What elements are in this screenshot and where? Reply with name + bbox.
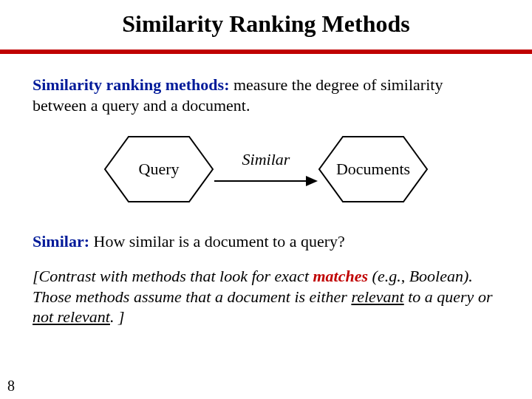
definition-term: Similarity ranking methods: [33, 75, 229, 94]
definition-paragraph: Similarity ranking methods: measure the … [33, 75, 499, 115]
contrast-paragraph: [Contrast with methods that look for exa… [33, 266, 499, 327]
hex-query: Query [103, 135, 214, 203]
hex-query-label: Query [139, 160, 180, 179]
contrast-underline-2: not relevant [33, 307, 110, 326]
diagram: Query Similar Documents [33, 121, 499, 217]
slide: Similarity Ranking Methods Similarity ra… [0, 0, 532, 399]
question-term: Similar: [33, 232, 89, 250]
slide-content: Similarity ranking methods: measure the … [0, 54, 532, 327]
contrast-post: . ] [110, 307, 125, 326]
arrow-section: Similar [214, 150, 318, 188]
hex-documents-label: Documents [336, 160, 410, 179]
arrow-label: Similar [242, 150, 290, 169]
arrow-icon [214, 174, 318, 188]
page-number: 8 [7, 378, 15, 395]
svg-marker-2 [306, 176, 318, 186]
contrast-emphasis: matches [313, 267, 369, 285]
question-body: How similar is a document to a query? [89, 232, 345, 250]
contrast-underline-1: relevant [351, 287, 403, 306]
contrast-mid2: to a query or [404, 287, 493, 306]
contrast-pre: [Contrast with methods that look for exa… [33, 267, 313, 285]
question-paragraph: Similar: How similar is a document to a … [33, 232, 499, 251]
slide-title: Similarity Ranking Methods [0, 0, 532, 45]
hex-documents: Documents [318, 135, 429, 203]
